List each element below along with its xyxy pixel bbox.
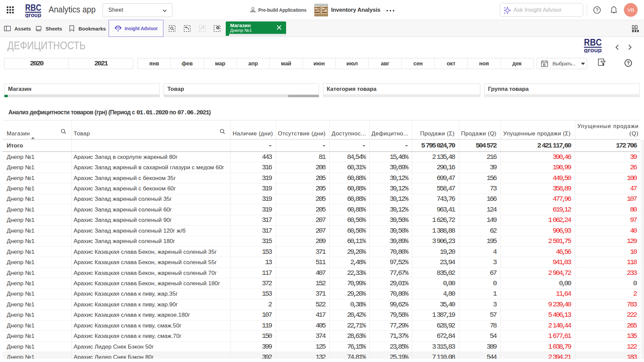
svg-text:RBC: RBC: [25, 4, 41, 13]
svg-text:RBC: RBC: [584, 38, 602, 48]
svg-text:group: group: [25, 12, 41, 18]
svg-text:Analytics app: Analytics app: [49, 5, 96, 14]
svg-text:ДЕФИЦИТНОСТЬ: ДЕФИЦИТНОСТЬ: [7, 39, 86, 52]
svg-text:?: ?: [596, 7, 598, 13]
svg-text:group: group: [584, 47, 602, 53]
svg-text:?: ?: [627, 60, 630, 66]
